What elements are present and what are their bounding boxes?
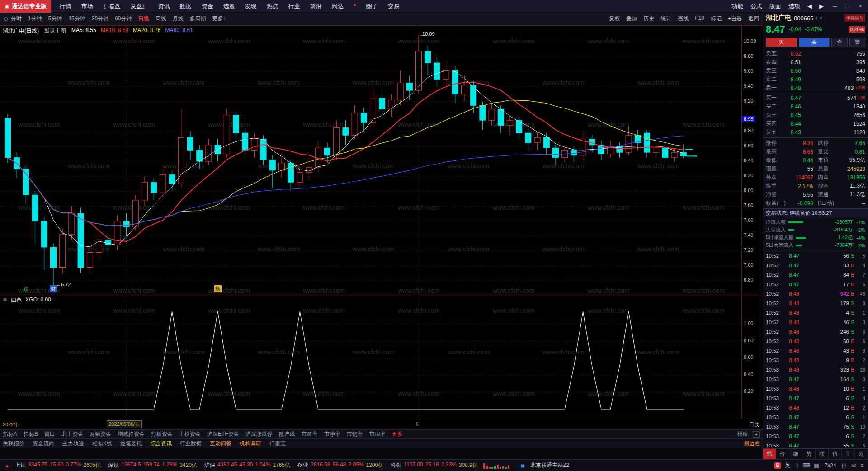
indicator-tab[interactable]: 市现率: [369, 430, 386, 438]
indicator-plot[interactable]: [0, 295, 741, 419]
indicator-tab[interactable]: 沪深涨跌停: [245, 430, 273, 438]
industry-tag[interactable]: 传媒娱乐: [844, 14, 865, 22]
toolbar-action[interactable]: 返回: [748, 15, 759, 23]
period-tab[interactable]: 分时: [11, 15, 22, 23]
index-quote[interactable]: 深证12674.5159.741.28%3420亿: [108, 462, 197, 469]
keyboard-icon[interactable]: ⌨: [802, 462, 810, 469]
tick-row[interactable]: 10:538.4775S10: [766, 422, 865, 431]
news-icon[interactable]: ▤: [842, 462, 847, 469]
toolbar-action[interactable]: 叠加: [626, 15, 637, 23]
function-tab[interactable]: 主力轨迹: [62, 440, 84, 447]
tick-row[interactable]: 10:538.4755S5: [766, 441, 865, 448]
main-chart[interactable]: www.cfchi.comwww.cfchi.comwww.cfchi.comw…: [0, 25, 763, 295]
period-tab[interactable]: 日线: [138, 15, 149, 23]
index-quote[interactable]: 沪深4382.4545.301.04%1765亿: [204, 462, 290, 469]
menu-item[interactable]: 选项: [788, 2, 800, 10]
menu-item[interactable]: 〖看盘: [103, 2, 120, 10]
bid-row[interactable]: 买二8.461340: [763, 102, 868, 111]
tick-row[interactable]: 10:528.4850B6: [766, 336, 865, 346]
tick-row[interactable]: 10:528.48246S6: [766, 327, 865, 336]
tick-row[interactable]: 10:538.47164S3: [766, 374, 865, 384]
toolbar-action[interactable]: F10: [695, 15, 704, 23]
selected-date-label[interactable]: 2022/05/06/五: [107, 420, 142, 428]
panel-tab[interactable]: 势: [802, 449, 816, 459]
tick-row[interactable]: 10:528.4756S5: [766, 251, 865, 260]
query-button[interactable]: 查: [831, 38, 847, 47]
menu-item[interactable]: 市场: [81, 2, 93, 10]
tick-row[interactable]: 10:538.48323B26: [766, 365, 865, 374]
period-tab[interactable]: 更多〉: [212, 15, 229, 23]
indicator-tab[interactable]: 市净率: [324, 430, 340, 438]
period-tab[interactable]: 30分钟: [92, 15, 108, 23]
menu-icon[interactable]: ≡: [860, 462, 863, 469]
index-quote[interactable]: 科创1107.0025.162.33%308.9亿: [391, 462, 478, 469]
close-button[interactable]: ×: [856, 3, 864, 9]
panel-tab[interactable]: 联: [816, 449, 829, 459]
function-tab[interactable]: 机构调研: [240, 440, 261, 447]
menu-item[interactable]: 版面: [769, 2, 781, 10]
overlay-selector[interactable]: 默认主图: [44, 27, 66, 35]
nav-back-icon[interactable]: ◀: [807, 3, 812, 9]
tick-row[interactable]: 10:528.48942B46: [766, 289, 865, 298]
close-indicator-icon[interactable]: ⊗: [3, 297, 7, 304]
period-tab[interactable]: 月线: [173, 15, 184, 23]
indicator-tab[interactable]: 指标A: [3, 430, 17, 438]
ask-row[interactable]: 卖二8.49593: [763, 75, 868, 84]
toolbar-action[interactable]: +自选: [728, 15, 742, 23]
menu-item[interactable]: 前沿: [310, 2, 321, 10]
ask-row[interactable]: 卖一8.48483+296: [763, 84, 868, 92]
panel-tab[interactable]: 细: [789, 449, 802, 459]
index-quote[interactable]: 创业2816.5856.482.05%1200亿: [297, 462, 383, 469]
tick-list[interactable]: 10:528.4756S510:528.4783B410:528.4784B71…: [763, 250, 868, 448]
sidebar-toggle[interactable]: 侧边栏: [744, 440, 760, 447]
menu-item[interactable]: 复盘〗: [130, 2, 148, 10]
menu-item[interactable]: 公式: [750, 2, 762, 10]
menu-item[interactable]: 行情: [59, 2, 71, 10]
toolbar-action[interactable]: 复权: [609, 15, 620, 23]
add-panel-button[interactable]: +: [753, 431, 760, 438]
panel-tab[interactable]: 筹: [855, 449, 868, 459]
function-tab[interactable]: 互动问答: [210, 440, 231, 447]
ime-lang-label[interactable]: 英: [785, 462, 790, 469]
menu-item[interactable]: 交易: [388, 2, 400, 10]
menu-item[interactable]: 资讯: [158, 2, 170, 10]
menu-item[interactable]: 发现: [245, 2, 256, 10]
bid-row[interactable]: 买一8.47574+26: [763, 94, 868, 102]
indicator-tab[interactable]: 指标B: [24, 430, 38, 438]
ask-row[interactable]: 卖五8.52755: [763, 49, 868, 58]
maximize-button[interactable]: □: [844, 3, 852, 9]
menu-item[interactable]: 问达: [331, 2, 343, 10]
candlestick-plot[interactable]: [0, 26, 741, 295]
panel-tab[interactable]: 值: [829, 449, 842, 459]
grid-icon[interactable]: ▦: [814, 462, 819, 469]
tick-row[interactable]: 10:528.48179S8: [766, 298, 865, 308]
ask-row[interactable]: 卖三8.50848: [763, 66, 868, 75]
menu-item[interactable]: 行业: [288, 2, 300, 10]
indicator-tab[interactable]: 窗口: [44, 430, 55, 438]
toolbar-action[interactable]: 标记: [711, 15, 722, 23]
panel-tab[interactable]: 价: [776, 449, 789, 459]
period-tab[interactable]: 5分钟: [48, 15, 62, 23]
function-tab[interactable]: 扫雷宝: [269, 440, 286, 447]
moon-icon[interactable]: ☽: [794, 462, 799, 469]
tick-row[interactable]: 10:528.4783B4: [766, 260, 865, 270]
ime-logo-icon[interactable]: S: [774, 462, 781, 469]
indicator-tab[interactable]: 北上资金: [61, 430, 83, 438]
function-tab[interactable]: 行业数据: [180, 440, 202, 447]
menu-item[interactable]: 资金: [201, 2, 213, 10]
function-tab[interactable]: 综合资讯: [150, 440, 172, 447]
indicator-chart[interactable]: www.cfchi.comwww.cfchi.comwww.cfchi.comw…: [0, 295, 763, 419]
tick-row[interactable]: 10:528.4843B3: [766, 346, 865, 355]
panel-tab[interactable]: 主: [842, 449, 855, 459]
indicator-tab[interactable]: 市盈率: [302, 430, 318, 438]
indicator-tab[interactable]: 更多: [392, 430, 403, 438]
alert-button[interactable]: 警: [849, 38, 865, 47]
template-button[interactable]: 模板: [737, 430, 748, 438]
nav-forward-icon[interactable]: ▶: [819, 3, 824, 9]
period-tab[interactable]: 1分钟: [28, 15, 42, 23]
function-tab[interactable]: 资金流向: [33, 440, 54, 447]
sell-button[interactable]: 卖: [799, 38, 830, 47]
function-tab[interactable]: 相似K线: [92, 440, 112, 447]
period-tab[interactable]: 60分钟: [115, 15, 132, 23]
tick-row[interactable]: 10:528.4846S3: [766, 317, 865, 327]
